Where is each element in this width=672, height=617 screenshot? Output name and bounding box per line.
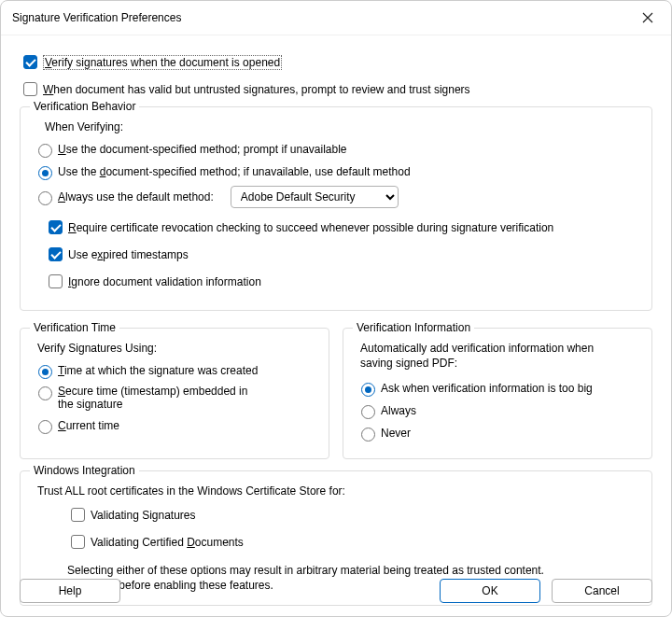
ok-button[interactable]: OK <box>440 579 540 603</box>
default-method-select[interactable]: Adobe Default Security <box>231 186 399 208</box>
method-doc-prompt-radio[interactable] <box>38 144 52 158</box>
trust-root-label: Trust ALL root certificates in the Windo… <box>37 484 638 498</box>
verification-time-group: Verification Time Verify Signatures Usin… <box>20 328 329 459</box>
info-ask-radio[interactable] <box>361 383 375 397</box>
prompt-untrusted-checkbox[interactable] <box>23 82 37 96</box>
time-created-label[interactable]: Time at which the signature was created <box>58 364 258 377</box>
validating-certified-docs-label[interactable]: Validating Certified Documents <box>91 536 244 549</box>
info-ask-label[interactable]: Ask when verification information is too… <box>381 382 593 395</box>
close-icon[interactable] <box>634 7 662 29</box>
verification-info-legend: Verification Information <box>353 321 474 334</box>
method-always-default-label[interactable]: Always use the default method: <box>58 190 214 203</box>
validating-signatures-label[interactable]: Validating Signatures <box>91 509 196 522</box>
time-current-radio[interactable] <box>38 420 52 434</box>
validating-certified-docs-checkbox[interactable] <box>71 535 85 549</box>
help-button[interactable]: Help <box>20 579 120 603</box>
require-crl-checkbox[interactable] <box>49 220 63 234</box>
verify-on-open-checkbox[interactable] <box>23 55 37 69</box>
dialog-title: Signature Verification Preferences <box>12 11 181 24</box>
windows-integration-legend: Windows Integration <box>30 464 139 477</box>
verification-behavior-legend: Verification Behavior <box>30 100 139 113</box>
require-crl-label[interactable]: Require certificate revocation checking … <box>68 221 553 234</box>
method-always-default-radio[interactable] <box>38 191 52 205</box>
auto-add-label: Automatically add verification informati… <box>360 342 622 371</box>
method-doc-prompt-label[interactable]: Use the document-specified method; promp… <box>58 143 347 156</box>
verify-on-open-label[interactable]: Verify signatures when the document is o… <box>43 55 282 70</box>
info-never-label[interactable]: Never <box>381 427 411 440</box>
expired-timestamps-checkbox[interactable] <box>49 247 63 261</box>
method-doc-default-label[interactable]: Use the document-specified method; if un… <box>58 165 411 178</box>
cancel-button[interactable]: Cancel <box>552 579 652 603</box>
time-created-radio[interactable] <box>38 365 52 379</box>
method-doc-default-radio[interactable] <box>38 166 52 180</box>
verify-using-label: Verify Signatures Using: <box>37 342 315 355</box>
verification-behavior-group: Verification Behavior When Verifying: Us… <box>20 106 652 311</box>
ignore-dvi-label[interactable]: Ignore document validation information <box>68 275 261 288</box>
when-verifying-label: When Verifying: <box>45 120 638 133</box>
info-never-radio[interactable] <box>361 428 375 442</box>
info-always-radio[interactable] <box>361 405 375 419</box>
time-current-label[interactable]: Current time <box>58 419 119 432</box>
time-secure-radio[interactable] <box>38 386 52 400</box>
time-secure-label[interactable]: Secure time (timestamp) embedded in the … <box>58 385 263 412</box>
verification-time-legend: Verification Time <box>30 321 119 334</box>
validating-signatures-checkbox[interactable] <box>71 508 85 522</box>
ignore-dvi-checkbox[interactable] <box>49 274 63 288</box>
prompt-untrusted-label[interactable]: When document has valid but untrusted si… <box>43 83 470 96</box>
info-always-label[interactable]: Always <box>381 404 416 417</box>
expired-timestamps-label[interactable]: Use expired timestamps <box>68 248 189 261</box>
verification-info-group: Verification Information Automatically a… <box>343 328 652 459</box>
